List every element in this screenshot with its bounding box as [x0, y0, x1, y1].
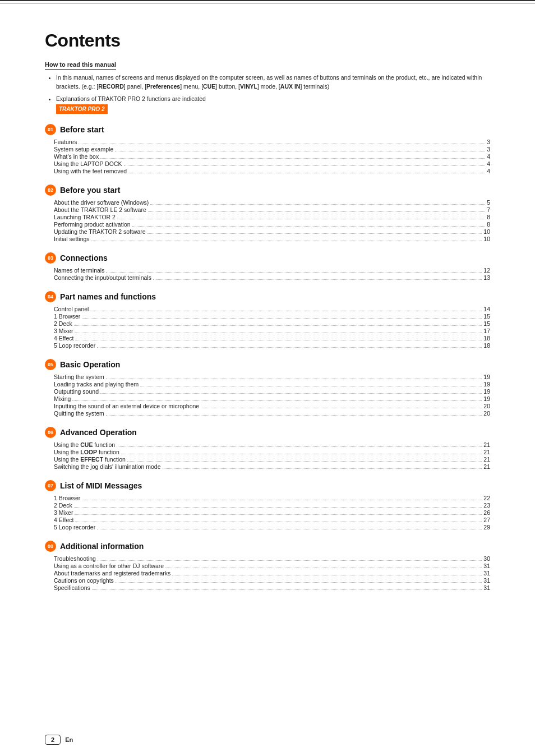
entry-page: 21 [483, 441, 490, 448]
entry-dots [91, 241, 482, 241]
toc-entry: Connecting the input/output terminals13 [45, 274, 490, 281]
traktor-badge: TRAKTOR PRO 2 [56, 104, 108, 114]
toc-entry: Using the LOOP function21 [45, 449, 490, 455]
entry-label: What's in the box [45, 153, 99, 160]
toc-entry: Outputting sound19 [45, 388, 490, 395]
entry-page: 21 [483, 449, 490, 455]
entry-dots [127, 461, 482, 462]
footer-page-number: 2 [45, 735, 61, 745]
entry-dots [98, 560, 482, 561]
entry-label: About the TRAKTOR LE 2 software [45, 206, 146, 213]
entry-dots [90, 311, 482, 311]
section-08: 08Additional informationTroubleshooting3… [45, 541, 490, 591]
entry-page: 8 [487, 221, 490, 228]
entry-label: System setup example [45, 146, 113, 153]
toc-entry: 3 Mixer26 [45, 509, 490, 516]
section-badge-06: 06 [45, 427, 56, 438]
entry-label: Using with the feet removed [45, 168, 127, 174]
toc-entry: 1 Browser22 [45, 495, 490, 501]
entry-label: Control panel [45, 306, 89, 312]
entry-label: 4 Effect [45, 335, 73, 342]
entry-page: 31 [483, 570, 490, 577]
entry-dots [75, 522, 482, 522]
toc-entry: Switching the jog dials' illumination mo… [45, 463, 490, 470]
section-02: 02Before you startAbout the driver softw… [45, 185, 490, 242]
entry-label: 1 Browser [45, 313, 80, 320]
entry-label: Using the LOOP function [45, 449, 119, 455]
entry-page: 19 [483, 374, 490, 380]
section-title-08: Additional information [60, 542, 144, 551]
section-badge-04: 04 [45, 291, 56, 302]
toc-entry: System setup example3 [45, 146, 490, 153]
toc-entry: Initial settings10 [45, 236, 490, 242]
toc-entry: Mixing19 [45, 395, 490, 402]
toc-entry: About trademarks and registered trademar… [45, 570, 490, 577]
section-title-02: Before you start [60, 186, 120, 195]
entry-label: Troubleshooting [45, 555, 96, 562]
toc-entry: Cautions on copyrights31 [45, 577, 490, 584]
entry-page: 12 [483, 267, 490, 274]
entry-dots [201, 408, 482, 408]
entry-page: 18 [483, 335, 490, 342]
entry-page: 31 [483, 563, 490, 569]
section-badge-01: 01 [45, 124, 56, 135]
entry-label: Initial settings [45, 236, 90, 242]
entry-page: 15 [483, 313, 490, 320]
entry-dots [106, 415, 482, 416]
entry-dots [148, 211, 485, 212]
section-title-07: List of MIDI Messages [60, 481, 142, 490]
entry-page: 19 [483, 395, 490, 402]
entry-label: Updating the TRAKTOR 2 software [45, 228, 146, 235]
toc-entry: 4 Effect18 [45, 335, 490, 342]
entry-label: Loading tracks and playing them [45, 381, 139, 388]
entry-label: 2 Deck [45, 320, 72, 327]
entry-page: 21 [483, 463, 490, 470]
entry-dots [132, 226, 486, 227]
entry-page: 4 [487, 168, 490, 174]
top-border [0, 0, 535, 3]
entry-page: 26 [483, 509, 490, 516]
toc-entry: About the TRAKTOR LE 2 software7 [45, 206, 490, 213]
toc-entry: 2 Deck23 [45, 502, 490, 509]
section-title-03: Connections [60, 253, 108, 262]
entry-label: Specifications [45, 584, 90, 591]
entry-dots [147, 233, 482, 234]
section-03: 03ConnectionsNames of terminals12Connect… [45, 252, 490, 281]
entry-page: 27 [483, 517, 490, 523]
how-to-read-list: In this manual, names of screens and men… [45, 73, 490, 114]
footer-language: En [65, 736, 73, 743]
how-to-read-item-1: In this manual, names of screens and men… [56, 73, 490, 91]
entry-label: Using the LAPTOP DOCK [45, 160, 122, 167]
entry-label: Features [45, 139, 77, 145]
section-05: 05Basic OperationStarting the system19Lo… [45, 359, 490, 417]
toc-entry: About the driver software (Windows)5 [45, 199, 490, 206]
entry-dots [117, 446, 482, 447]
section-07: 07List of MIDI Messages1 Browser222 Deck… [45, 480, 490, 531]
page-title: Contents [45, 30, 490, 51]
toc-entry: 1 Browser15 [45, 313, 490, 320]
toc-entry: Inputting the sound of an external devic… [45, 403, 490, 409]
section-header-03: 03Connections [45, 252, 490, 264]
section-title-04: Part names and functions [60, 292, 156, 301]
section-06: 06Advanced OperationUsing the CUE functi… [45, 427, 490, 470]
entry-dots [165, 568, 482, 568]
entry-label: Using as a controller for other DJ softw… [45, 563, 164, 569]
entry-page: 30 [483, 555, 490, 562]
entry-page: 18 [483, 342, 490, 349]
section-header-08: 08Additional information [45, 541, 490, 552]
entry-dots [100, 158, 485, 159]
entry-label: Inputting the sound of an external devic… [45, 403, 199, 409]
toc-entry: Starting the system19 [45, 374, 490, 380]
entry-page: 7 [487, 206, 490, 213]
entry-dots [163, 468, 482, 469]
entry-label: 3 Mixer [45, 328, 73, 334]
entry-page: 4 [487, 160, 490, 167]
section-header-02: 02Before you start [45, 185, 490, 196]
how-to-read-section: How to read this manual In this manual, … [45, 61, 490, 114]
section-badge-05: 05 [45, 359, 56, 370]
section-header-06: 06Advanced Operation [45, 427, 490, 438]
entry-page: 4 [487, 153, 490, 160]
section-title-01: Before start [60, 125, 104, 134]
toc-entry: 3 Mixer17 [45, 328, 490, 334]
toc-entry: Loading tracks and playing them19 [45, 381, 490, 388]
